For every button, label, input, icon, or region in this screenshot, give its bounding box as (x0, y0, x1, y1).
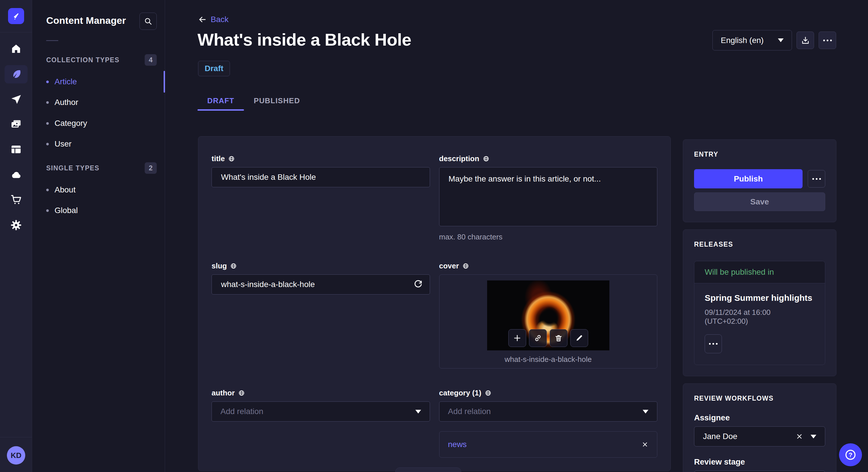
globe-icon (230, 263, 237, 269)
home-icon[interactable] (10, 43, 22, 55)
tab-draft[interactable]: DRAFT (197, 91, 244, 111)
back-link[interactable]: Back (198, 15, 228, 24)
author-label-text: author (212, 389, 235, 398)
sidebar-item-about[interactable]: About (46, 184, 159, 196)
review-stage-select[interactable]: In progress (694, 471, 825, 472)
description-label-text: description (439, 154, 479, 163)
review-stage-label: Review stage (694, 458, 825, 467)
question-mark-icon: ? (844, 448, 857, 461)
slug-label: slug (212, 262, 430, 270)
author-relation-select[interactable]: Add relation (212, 401, 430, 422)
title-input[interactable] (212, 167, 430, 187)
bullet-icon (46, 80, 49, 83)
author-placeholder: Add relation (220, 407, 263, 416)
release-date: 09/11/2024 at 16:00 (UTC+02:00) (705, 308, 815, 326)
release-name: Spring Summer highlights (705, 293, 815, 303)
release-card-header: Will be published in (694, 261, 825, 283)
tab-published[interactable]: PUBLISHED (244, 91, 310, 111)
save-button[interactable]: Save (694, 193, 825, 211)
bullet-icon (46, 101, 49, 104)
chevron-down-icon (811, 435, 816, 438)
releases-icon[interactable] (10, 94, 22, 105)
delete-media-button[interactable] (550, 329, 567, 347)
regenerate-slug-button[interactable] (413, 280, 423, 289)
collection-types-header: COLLECTION TYPES (46, 56, 119, 64)
download-button[interactable] (797, 32, 814, 49)
bullet-icon (46, 209, 49, 212)
sidebar-item-author[interactable]: Author (46, 97, 159, 108)
field-author: author Add relation (212, 389, 430, 422)
sidebar-item-label: Category (55, 119, 87, 128)
category-relation-select[interactable]: Add relation (439, 401, 658, 422)
single-types-header: SINGLE TYPES (46, 164, 99, 172)
header-actions: English (en) (712, 30, 836, 50)
cover-filename: what-s-inside-a-black-hole (505, 355, 592, 364)
globe-icon (483, 156, 489, 162)
category-label: category (1) (439, 389, 658, 398)
more-options-button[interactable] (818, 32, 836, 49)
search-icon (144, 17, 152, 26)
status-badge: Draft (198, 61, 230, 76)
description-textarea[interactable]: Maybe the answer is in this article, or … (439, 167, 658, 226)
title-label-text: title (212, 154, 225, 163)
sidebar-item-article[interactable]: Article (46, 76, 159, 88)
sidebar-search-button[interactable] (140, 12, 157, 30)
download-icon (801, 36, 810, 45)
copy-link-button[interactable] (529, 329, 547, 347)
remove-relation-x-icon[interactable] (642, 441, 648, 448)
field-cover: cover (439, 262, 658, 369)
bullet-icon (46, 189, 49, 191)
marketplace-cart-icon[interactable] (10, 194, 22, 205)
content-manager-sidebar: Content Manager COLLECTION TYPES 4 Artic… (32, 0, 165, 472)
sidebar-item-global[interactable]: Global (46, 205, 159, 216)
chevron-down-icon (643, 410, 648, 413)
sidebar-item-category[interactable]: Category (46, 117, 159, 129)
content-manager-icon[interactable] (10, 69, 22, 80)
trash-icon (555, 334, 563, 342)
entry-more-button[interactable] (808, 170, 825, 188)
svg-text:?: ? (848, 451, 852, 459)
assignee-select[interactable]: Jane Doe (694, 427, 825, 446)
media-library-icon[interactable] (10, 119, 22, 130)
clear-assignee-x-icon[interactable] (796, 433, 803, 440)
description-label: description (439, 154, 658, 163)
cloud-icon[interactable] (10, 169, 22, 181)
release-card: Will be published in Spring Summer highl… (694, 261, 825, 365)
plus-icon (513, 334, 521, 342)
publish-button[interactable]: Publish (694, 169, 803, 189)
sidebar-divider (46, 40, 58, 41)
refresh-icon (413, 280, 423, 289)
version-tabs: DRAFT PUBLISHED (197, 91, 310, 111)
single-types-count-badge: 2 (145, 162, 157, 174)
sidebar-item-label: Global (55, 206, 78, 215)
locale-select[interactable]: English (en) (712, 30, 792, 50)
chevron-down-icon (415, 410, 421, 413)
bullet-icon (46, 122, 49, 125)
logo-container (0, 0, 32, 32)
sidebar-item-user[interactable]: User (46, 138, 159, 150)
back-label: Back (211, 15, 228, 24)
content-type-builder-icon[interactable] (10, 144, 22, 155)
main-content: Back What's inside a Black Hole Draft En… (165, 0, 868, 472)
strapi-logo[interactable] (8, 8, 24, 24)
assignee-value: Jane Doe (703, 432, 737, 441)
strapi-logo-icon (11, 11, 21, 21)
review-workflows-panel: REVIEW WORKFLOWS Assignee Jane Doe Revie… (683, 383, 836, 472)
user-avatar[interactable]: KD (7, 446, 25, 465)
slug-input[interactable] (212, 274, 430, 295)
settings-gear-icon[interactable] (10, 220, 22, 231)
bottom-partial-button[interactable] (395, 467, 461, 472)
relation-news-link[interactable]: news (448, 440, 467, 449)
globe-icon (462, 263, 469, 269)
description-hint: max. 80 characters (439, 233, 658, 241)
review-panel-title: REVIEW WORKFLOWS (694, 395, 825, 402)
author-label: author (212, 389, 430, 398)
release-more-button[interactable] (705, 334, 722, 353)
help-button[interactable]: ? (839, 443, 862, 466)
title-label: title (212, 154, 430, 163)
edit-media-button[interactable] (570, 329, 588, 347)
right-sidebar: ENTRY Publish Save RELEASES Will be publ… (683, 139, 836, 472)
add-media-button[interactable] (508, 329, 526, 347)
globe-icon (238, 390, 245, 396)
category-relation-item: news (439, 431, 658, 458)
